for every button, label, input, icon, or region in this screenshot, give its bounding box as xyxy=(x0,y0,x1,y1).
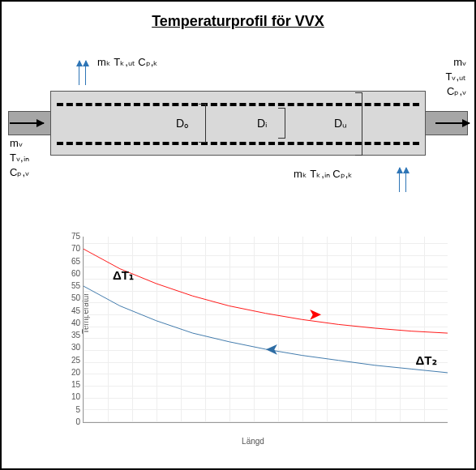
arrow-cold-out-2 xyxy=(85,61,86,85)
arrow-flow-in-left xyxy=(10,122,44,124)
chart-plot-area: ➤ ➤ ΔT₁ ΔT₂ 0510152025303540455055606570… xyxy=(83,237,448,423)
label-hot-out-T: Tᵥ,ᵤₜ xyxy=(445,70,466,83)
chart-xlabel: Längd xyxy=(50,437,456,446)
label-hot-out-m: mᵥ xyxy=(453,56,466,68)
label-cold-out: mₖ Tₖ,ᵤₜ Cₚ,ₖ xyxy=(97,56,158,68)
bracket-Di xyxy=(279,108,285,139)
heat-exchanger-schematic: Dₒ Dᵢ Dᵤ mₖ Tₖ,ᵤₜ Cₚ,ₖ mᵥ Tᵥ,ᵢₙ Cₚ,ᵥ mᵥ … xyxy=(2,46,474,224)
arrow-cold-out-1 xyxy=(79,61,79,85)
label-hot-in-m: mᵥ xyxy=(10,137,23,149)
label-hot-in-T: Tᵥ,ᵢₙ xyxy=(10,152,29,164)
bracket-Du xyxy=(356,92,362,156)
arrow-cold-in-1 xyxy=(399,168,400,192)
chart-lines xyxy=(84,237,448,422)
label-Du: Dᵤ xyxy=(334,117,347,130)
label-hot-out-Cp: Cₚ,ᵥ xyxy=(447,85,466,97)
arrow-hot-direction: ➤ xyxy=(309,306,321,323)
figure-title: Temperaturprofil för VVX xyxy=(2,13,474,30)
shell xyxy=(50,91,426,156)
arrow-cold-in-2 xyxy=(405,168,406,192)
label-hot-in-Cp: Cₚ,ᵥ xyxy=(10,166,29,178)
temperature-profile-chart: Temperatur ➤ ➤ ΔT₁ ΔT₂ 05101520253035404… xyxy=(50,237,456,447)
arrow-cold-direction: ➤ xyxy=(266,340,278,358)
label-Do: Dₒ xyxy=(176,117,189,130)
inner-tube-edge xyxy=(57,142,419,145)
bracket-Do xyxy=(199,104,206,143)
figure-frame: Temperaturprofil för VVX Dₒ Dᵢ Dᵤ mₖ Tₖ,… xyxy=(0,0,476,470)
label-Di: Dᵢ xyxy=(257,117,268,130)
inner-tube-edge xyxy=(57,103,419,106)
label-dT2: ΔT₂ xyxy=(416,353,437,368)
label-dT1: ΔT₁ xyxy=(113,268,134,283)
label-cold-in: mₖ Tₖ,ᵢₙ Cₚ,ₖ xyxy=(294,168,353,180)
arrow-flow-out-right xyxy=(435,122,470,124)
